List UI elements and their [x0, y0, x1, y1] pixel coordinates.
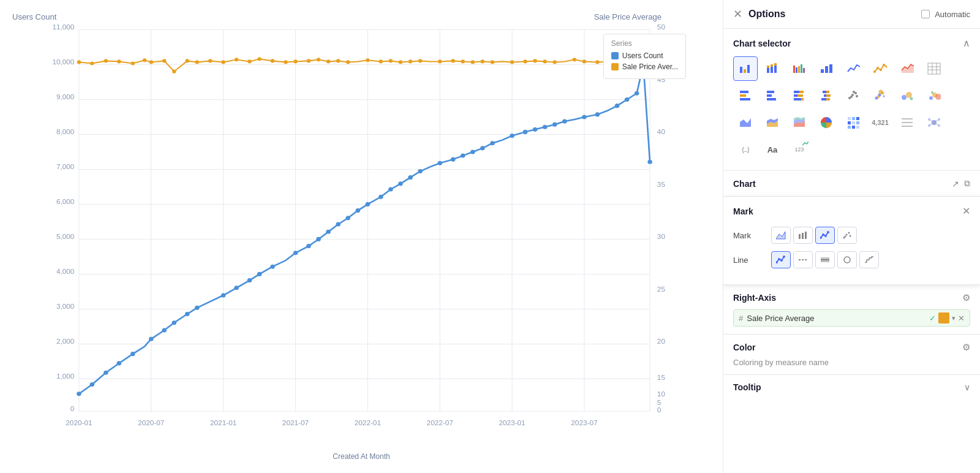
svg-rect-180 — [767, 91, 774, 93]
chart-copy-button[interactable]: ⧉ — [964, 178, 970, 189]
svg-point-123 — [356, 208, 361, 213]
chart-trend-button[interactable]: ↗ — [952, 178, 959, 189]
svg-rect-222 — [848, 117, 851, 120]
svg-point-91 — [543, 59, 546, 63]
tag-check-icon[interactable]: ✓ — [929, 314, 936, 323]
mark-close-button[interactable]: ✕ — [962, 205, 970, 217]
svg-point-110 — [185, 312, 190, 316]
chart-type-pie[interactable] — [814, 110, 839, 135]
chart-type-bubble[interactable] — [895, 83, 919, 108]
chart-type-list[interactable] — [895, 110, 919, 135]
chart-type-metric[interactable]: 123 — [787, 137, 812, 162]
chart-type-hbar[interactable] — [733, 83, 758, 108]
svg-point-254 — [845, 236, 846, 238]
tag-remove-icon[interactable]: ✕ — [958, 314, 965, 323]
line-label: Line — [733, 255, 764, 265]
mark-section: Mark ✕ Mark Line — [723, 197, 980, 285]
svg-point-210 — [910, 97, 913, 100]
chart-selector-collapse[interactable]: ∧ — [963, 37, 970, 49]
tooltip-title: Tooltip — [733, 382, 761, 392]
svg-text:30: 30 — [657, 233, 665, 241]
svg-rect-184 — [799, 91, 804, 93]
chart-type-hbar2[interactable] — [760, 83, 785, 108]
svg-point-142 — [582, 115, 587, 119]
chart-type-area-filled[interactable] — [733, 110, 758, 135]
chart-type-table[interactable] — [922, 56, 946, 81]
svg-point-67 — [257, 57, 261, 61]
chart-legend: Series Users Count Sale Price Aver... — [603, 34, 686, 79]
svg-point-106 — [130, 352, 135, 356]
svg-point-139 — [543, 125, 548, 129]
svg-point-128 — [408, 175, 413, 180]
chart-type-heatmap[interactable] — [841, 110, 865, 135]
mark-type-area-btn[interactable] — [771, 227, 791, 244]
right-axis-title: Right-Axis — [733, 293, 776, 303]
svg-text:3,000: 3,000 — [56, 303, 74, 311]
chart-type-bar-multi[interactable] — [787, 56, 812, 81]
color-settings-icon[interactable]: ⚙ — [962, 342, 970, 353]
chart-type-area[interactable] — [895, 56, 919, 81]
chart-type-area-multi[interactable] — [787, 110, 812, 135]
chart-selector-grid: 4,321 {...} Aa 123 — [733, 56, 970, 162]
line-type-circle-btn[interactable] — [837, 251, 857, 268]
chart-type-bar-single[interactable] — [814, 56, 839, 81]
svg-point-70 — [293, 59, 297, 63]
mark-type-line-btn[interactable] — [815, 227, 835, 244]
svg-point-259 — [783, 255, 785, 258]
chart-type-bubble2[interactable] — [922, 83, 946, 108]
automatic-checkbox[interactable] — [921, 10, 930, 18]
tag-color-swatch[interactable] — [938, 312, 949, 324]
svg-rect-194 — [821, 98, 826, 100]
chart-type-text[interactable]: Aa — [760, 137, 785, 162]
chart-type-number[interactable]: 4,321 — [868, 110, 892, 135]
svg-rect-177 — [740, 91, 748, 93]
svg-point-61 — [186, 59, 189, 62]
svg-point-95 — [595, 60, 599, 64]
svg-point-58 — [149, 60, 153, 64]
svg-text:50: 50 — [657, 24, 665, 31]
svg-text:0: 0 — [70, 406, 75, 413]
chart-type-network[interactable] — [922, 110, 946, 135]
chart-type-line-scatter[interactable] — [868, 56, 892, 81]
svg-text:2021-07: 2021-07 — [282, 419, 309, 426]
chart-type-custom[interactable]: {...} — [733, 137, 758, 162]
right-axis-settings-icon[interactable]: ⚙ — [962, 292, 970, 303]
tag-expand-icon[interactable]: ▾ — [952, 314, 956, 322]
mark-type-scatter-btn[interactable] — [837, 227, 857, 244]
svg-point-83 — [451, 59, 454, 62]
chart-type-hbar3[interactable] — [814, 83, 839, 108]
chart-type-hbar-stacked[interactable] — [787, 83, 812, 108]
chart-type-line[interactable] — [841, 56, 865, 81]
svg-text:2023-07: 2023-07 — [571, 419, 597, 426]
chart-type-bar-grouped[interactable] — [733, 56, 758, 81]
legend-color-sale — [611, 63, 619, 70]
chart-type-scatter2[interactable] — [868, 83, 892, 108]
tooltip-header[interactable]: Tooltip ∨ — [733, 382, 970, 392]
svg-rect-224 — [856, 117, 859, 120]
svg-point-105 — [117, 361, 122, 365]
chart-type-area-stacked[interactable] — [760, 110, 785, 135]
svg-rect-245 — [802, 233, 804, 239]
svg-text:5: 5 — [657, 399, 662, 406]
svg-point-72 — [317, 58, 320, 61]
line-type-thick-btn[interactable] — [815, 251, 835, 268]
line-type-step-btn[interactable] — [859, 251, 879, 268]
svg-point-89 — [523, 59, 527, 63]
svg-text:25: 25 — [657, 286, 665, 293]
legend-item-users: Users Count — [611, 51, 678, 60]
svg-rect-162 — [803, 68, 805, 73]
svg-point-118 — [306, 244, 311, 248]
chart-type-scatter[interactable] — [841, 83, 865, 108]
svg-point-104 — [104, 371, 108, 375]
svg-rect-179 — [740, 98, 750, 100]
svg-point-79 — [399, 60, 402, 64]
line-type-dash-btn[interactable] — [793, 251, 813, 268]
chart-type-bar-stacked[interactable] — [760, 56, 785, 81]
svg-point-141 — [562, 119, 567, 124]
close-button[interactable]: ✕ — [733, 9, 742, 20]
line-type-curve-btn[interactable] — [771, 251, 791, 268]
svg-point-60 — [172, 70, 176, 74]
svg-point-148 — [647, 160, 652, 164]
svg-text:2,000: 2,000 — [56, 338, 74, 346]
mark-type-bar-btn[interactable] — [793, 227, 813, 244]
